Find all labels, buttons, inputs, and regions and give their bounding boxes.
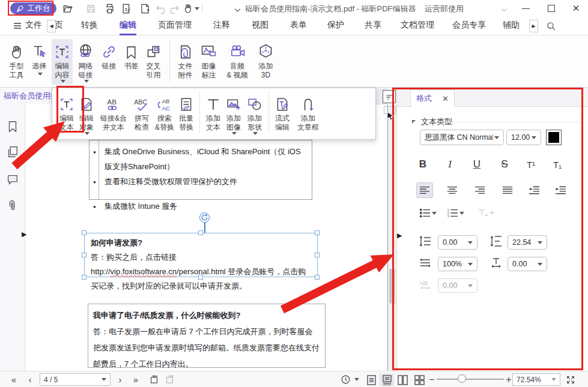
link-merge-text-button[interactable]: AB 链接&合 并文本: [97, 91, 130, 134]
menu-assist[interactable]: 辅助: [503, 17, 520, 35]
menu-view[interactable]: 视图: [252, 17, 268, 35]
italic-button[interactable]: I: [441, 156, 459, 173]
page-number-select[interactable]: 4 / 5: [40, 373, 111, 386]
menu-page-management[interactable]: 页面管理: [158, 17, 192, 35]
selection-handle[interactable]: [198, 230, 203, 235]
strikethrough-button[interactable]: S: [496, 156, 514, 173]
print-to-pdf-icon[interactable]: [120, 2, 133, 15]
hand-tool-quick-icon[interactable]: [181, 2, 195, 15]
word-spacing-select[interactable]: 0.00: [508, 257, 547, 271]
text-type-section-header[interactable]: 文本类型: [412, 116, 452, 127]
open-file-icon[interactable]: [61, 2, 74, 15]
ribbon-cross-reference[interactable]: 交叉 引用: [143, 39, 164, 82]
ribbon-edit-content[interactable]: 编辑 内容: [52, 39, 73, 85]
numbered-list-button[interactable]: 123: [444, 205, 468, 221]
next-page-button[interactable]: ›: [114, 371, 126, 387]
attachments-panel-icon[interactable]: [6, 199, 20, 214]
previous-page-button[interactable]: ‹: [24, 371, 36, 387]
menu-collapsed-tab[interactable]: 页: [55, 17, 65, 35]
ribbon-add-3d[interactable]: 添加 3D: [255, 39, 277, 82]
search-replace-button[interactable]: ABAC 搜索 &替换: [153, 91, 176, 134]
menu-member-exclusive[interactable]: 会员专享: [452, 17, 486, 35]
maximize-button[interactable]: [545, 2, 558, 14]
align-left-button[interactable]: [416, 182, 433, 198]
close-panel-icon[interactable]: ✕: [442, 94, 449, 103]
ribbon-link[interactable]: 链接: [99, 39, 120, 73]
minimize-button[interactable]: [519, 2, 532, 14]
bold-button[interactable]: B: [414, 156, 432, 173]
pages-panel-icon[interactable]: [6, 145, 20, 160]
indent-decrease-button[interactable]: [552, 182, 569, 198]
textbox-rotation-handle[interactable]: [199, 212, 210, 223]
search-icon[interactable]: [544, 19, 557, 32]
selection-handle[interactable]: [82, 253, 86, 257]
bookmarks-panel-icon[interactable]: [6, 120, 20, 134]
menu-convert[interactable]: 转换: [81, 17, 98, 35]
add-shape-button[interactable]: 添加 形状: [244, 91, 265, 137]
selection-handle[interactable]: [82, 275, 86, 280]
next-view-button[interactable]: [162, 371, 177, 387]
align-right-button[interactable]: [471, 182, 488, 198]
account-menu[interactable]: 运营部使用: [425, 4, 464, 14]
collapse-toolbar-chevron-icon[interactable]: [231, 3, 244, 16]
ribbon-select-tool[interactable]: 选择: [29, 39, 50, 77]
redo-icon[interactable]: [168, 2, 181, 16]
add-text-button[interactable]: 添加 文本: [204, 91, 223, 134]
scrollbar-thumb[interactable]: [389, 269, 395, 304]
last-page-button[interactable]: »: [129, 371, 143, 387]
indent-increase-button[interactable]: [526, 182, 542, 198]
account-dropdown-chevron-icon[interactable]: [497, 3, 511, 16]
format-tab[interactable]: 格式 ✕: [410, 89, 455, 107]
comments-panel-icon[interactable]: [6, 173, 20, 187]
selection-handle[interactable]: [315, 230, 320, 235]
zoom-out-button[interactable]: −: [428, 371, 436, 387]
continuous-view-button[interactable]: [380, 373, 394, 386]
menu-form[interactable]: 表单: [290, 17, 307, 35]
facing-continuous-view-button[interactable]: [412, 373, 426, 386]
menu-share[interactable]: 共享: [365, 17, 381, 35]
menu-protect[interactable]: 保护: [327, 17, 344, 35]
selection-handle[interactable]: [198, 275, 203, 280]
zoom-slider-knob[interactable]: [458, 374, 466, 383]
ribbon-web-link[interactable]: 网络 链接: [74, 39, 97, 85]
fullscreen-button[interactable]: [563, 371, 578, 387]
ribbon-hand-tool[interactable]: 手型 工具: [6, 39, 27, 82]
line-spacing-select[interactable]: 22.54: [508, 235, 547, 250]
format-panel-toggle-icon[interactable]: [383, 90, 396, 103]
bullet-list-button[interactable]: [416, 205, 440, 221]
font-family-select[interactable]: 思源黑体 CN Normal: [420, 130, 504, 145]
hand-tool-dropdown-arrow[interactable]: [195, 7, 199, 10]
font-size-select[interactable]: 12.00: [506, 130, 541, 145]
facing-view-button[interactable]: [395, 373, 410, 386]
edit-object-button[interactable]: 编辑 对象: [77, 91, 96, 137]
flow-edit-button[interactable]: 流式 编辑: [273, 91, 292, 134]
superscript-button[interactable]: T¹: [522, 156, 540, 173]
add-article-box-button[interactable]: 添加 文章框: [292, 91, 324, 134]
auto-scroll-button[interactable]: [339, 371, 352, 387]
workspace-button[interactable]: 工作台: [10, 2, 56, 14]
undo-icon[interactable]: [154, 2, 168, 16]
ribbon-file-attachment[interactable]: 文件 附件: [175, 39, 196, 82]
document-tab[interactable]: 福昕会员使用指...: [0, 88, 60, 104]
align-center-button[interactable]: [444, 182, 461, 198]
new-document-icon[interactable]: [138, 2, 151, 15]
edit-text-button[interactable]: 编辑 文本: [57, 91, 76, 134]
close-button[interactable]: ✕: [569, 2, 583, 14]
text-direction-button[interactable]: [474, 205, 498, 221]
selection-handle[interactable]: [315, 253, 320, 257]
single-page-view-button[interactable]: [364, 373, 378, 386]
auto-scroll-dropdown[interactable]: [352, 371, 360, 387]
zoom-level-select[interactable]: 72.54%: [512, 373, 560, 386]
panel-collapse-handle[interactable]: ▶: [397, 232, 402, 239]
vertical-scrollbar[interactable]: [388, 104, 396, 371]
menu-doc-management[interactable]: 文档管理: [401, 17, 434, 35]
kerning-select[interactable]: 0.00: [438, 278, 477, 293]
ribbon-audio-video[interactable]: 音频 & 视频: [222, 39, 253, 82]
previous-view-button[interactable]: [147, 371, 161, 387]
font-color-swatch[interactable]: [546, 130, 562, 145]
ribbon-bookmark[interactable]: 书签: [121, 39, 141, 73]
underline-button[interactable]: U: [468, 156, 486, 173]
save-icon[interactable]: [84, 2, 97, 15]
selected-text-box[interactable]: 如何申请发票? 答：购买之后，点击链接 http://vip.foxitsoft…: [84, 233, 318, 277]
menu-edit[interactable]: 编辑: [120, 17, 136, 35]
